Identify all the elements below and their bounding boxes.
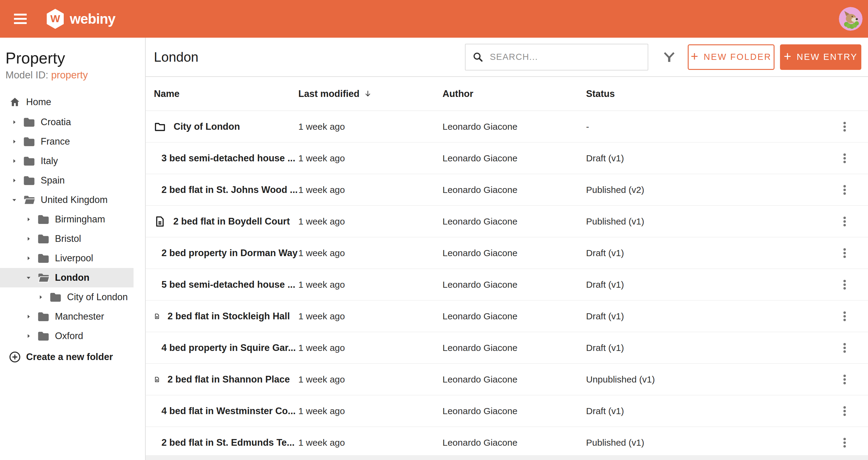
entry-author: Leonardo Giacone [442,311,586,321]
menu-icon[interactable] [14,14,27,24]
table-row[interactable]: 4 bed flat in Westminster Co... 1 week a… [146,395,868,427]
entry-name[interactable]: 2 bed flat in Boydell Court [173,216,290,227]
tree-item-liverpool[interactable]: Liverpool [0,249,133,268]
tree-item-oxford[interactable]: Oxford [0,326,133,346]
entry-name[interactable]: City of London [174,121,240,132]
main-header: London + NEW FOLDER + NEW ENTRY [146,38,868,77]
column-header-author[interactable]: Author [442,88,586,99]
table-row[interactable]: 2 bed property in Dorman Way 1 week ago … [146,237,868,269]
table-row[interactable]: 4 bed property in Squire Gar... 1 week a… [146,332,868,364]
new-entry-label: NEW ENTRY [797,52,857,62]
tree-item-croatia[interactable]: Croatia [0,112,133,132]
chevron-right-icon[interactable] [11,138,20,145]
folder-icon [37,310,50,323]
tree-item-united-kingdom[interactable]: United Kingdom [0,190,133,210]
folder-icon [37,252,50,265]
chevron-right-icon[interactable] [25,255,34,262]
entry-name[interactable]: 2 bed flat in Stockleigh Hall [167,311,290,322]
model-id-link[interactable]: property [51,69,88,81]
kebab-menu-icon[interactable] [839,247,851,259]
chevron-right-icon[interactable] [11,158,20,164]
table-row[interactable]: City of London 1 week ago Leonardo Giaco… [146,111,868,143]
chevron-right-icon[interactable] [37,294,46,300]
entry-status: Unpublished (v1) [586,374,828,385]
search-box[interactable] [465,44,648,70]
chevron-right-icon[interactable] [25,216,34,223]
entry-modified: 1 week ago [298,248,442,258]
tree-item-label: Croatia [41,117,71,127]
tree-item-city-of-london[interactable]: City of London [0,287,133,307]
sidebar: Property Model ID: property Home Croatia… [0,38,146,460]
new-folder-button[interactable]: + NEW FOLDER [688,45,775,70]
entry-name[interactable]: 2 bed flat in St. Johns Wood ... [161,184,298,195]
folder-icon [49,290,62,304]
home-label: Home [26,96,51,108]
table-row[interactable]: 5 bed semi-detached house ... 1 week ago… [146,269,868,300]
header-controls: + NEW FOLDER + NEW ENTRY [465,44,861,70]
chevron-right-icon[interactable] [25,313,34,320]
entry-name[interactable]: 4 bed property in Squire Gar... [161,342,296,353]
table-row[interactable]: 2 bed flat in Boydell Court 1 week ago L… [146,206,868,237]
chevron-right-icon[interactable] [25,235,34,242]
kebab-menu-icon[interactable] [839,152,851,164]
create-folder-button[interactable]: Create a new folder [0,351,145,364]
new-entry-button[interactable]: + NEW ENTRY [780,45,861,70]
table-row[interactable]: 2 bed flat in Shannon Place 1 week ago L… [146,364,868,395]
svg-text:W: W [51,13,60,24]
entry-name[interactable]: 4 bed flat in Westminster Co... [161,406,296,416]
folder-icon [37,329,50,343]
sidebar-item-home[interactable]: Home [0,92,145,112]
table-row[interactable]: 3 bed semi-detached house ... 1 week ago… [146,143,868,174]
entry-author: Leonardo Giacone [442,374,586,385]
tree-item-spain[interactable]: Spain [0,171,133,190]
column-header-status[interactable]: Status [586,88,828,99]
tree-item-manchester[interactable]: Manchester [0,307,133,326]
kebab-menu-icon[interactable] [839,279,851,291]
kebab-menu-icon[interactable] [839,373,851,385]
folder-icon [37,232,50,246]
kebab-menu-icon[interactable] [839,121,851,133]
kebab-menu-icon[interactable] [839,437,851,449]
chevron-down-icon[interactable] [25,275,34,281]
tree-item-france[interactable]: France [0,132,133,151]
tree-item-bristol[interactable]: Bristol [0,229,133,249]
tree-item-italy[interactable]: Italy [0,151,133,171]
table-row[interactable]: 2 bed flat in St. Johns Wood ... 1 week … [146,174,868,206]
chevron-right-icon[interactable] [11,177,20,184]
column-header-name[interactable]: Name [154,88,298,99]
main-content: London + NEW FOLDER + NEW ENTRY [146,38,868,460]
entry-author: Leonardo Giacone [442,216,586,227]
table-row[interactable]: 2 bed flat in Stockleigh Hall 1 week ago… [146,300,868,332]
kebab-menu-icon[interactable] [839,215,851,228]
sort-descending-icon [363,89,372,98]
kebab-menu-icon[interactable] [839,310,851,322]
entry-modified: 1 week ago [298,343,442,353]
entry-name[interactable]: 3 bed semi-detached house ... [161,153,295,164]
entry-name[interactable]: 2 bed flat in St. Edmunds Te... [161,437,295,448]
entries-list: City of London 1 week ago Leonardo Giaco… [146,111,868,458]
chevron-right-icon[interactable] [25,333,34,339]
table-row[interactable]: 2 bed flat in St. Edmunds Te... 1 week a… [146,427,868,458]
entry-name[interactable]: 2 bed property in Dorman Way [161,248,298,259]
home-icon [9,96,21,108]
column-header-last-modified[interactable]: Last modified [298,88,442,99]
entry-name[interactable]: 2 bed flat in Shannon Place [167,374,290,385]
tree-item-label: Manchester [55,311,104,322]
tree-item-label: Liverpool [55,253,93,264]
chevron-down-icon[interactable] [11,197,20,203]
avatar[interactable] [839,7,863,31]
entry-name[interactable]: 5 bed semi-detached house ... [161,279,295,290]
kebab-menu-icon[interactable] [839,184,851,196]
folder-icon [23,115,36,129]
webiny-logo: W webiny [45,8,115,29]
filter-icon[interactable] [662,50,676,64]
search-input[interactable] [489,52,644,62]
tree-item-birmingham[interactable]: Birmingham [0,210,133,229]
entry-modified: 1 week ago [298,185,442,195]
entry-modified: 1 week ago [298,121,442,132]
kebab-menu-icon[interactable] [839,405,851,417]
chevron-right-icon[interactable] [11,119,20,125]
tree-item-london[interactable]: London [0,268,133,287]
entry-author: Leonardo Giacone [442,406,586,416]
kebab-menu-icon[interactable] [839,342,851,354]
